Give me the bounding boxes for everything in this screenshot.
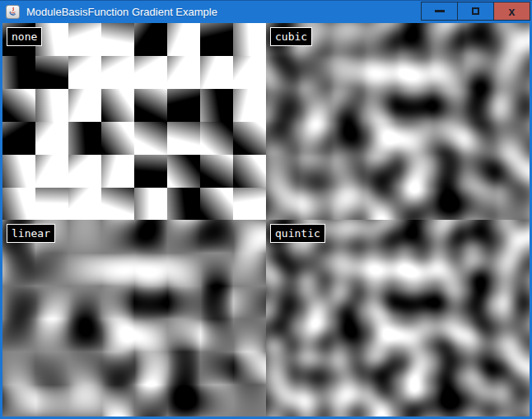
- minimize-button[interactable]: [421, 2, 458, 21]
- noise-canvas-quintic: [266, 220, 530, 417]
- panel-cubic: cubic: [266, 23, 530, 220]
- app-window: ModuleBasisFunction Gradient Example x n…: [0, 0, 532, 419]
- panel-label-quintic: quintic: [270, 224, 325, 243]
- window-controls: x: [422, 2, 530, 21]
- noise-canvas-cubic: [266, 23, 530, 220]
- noise-canvas-linear: [2, 220, 266, 417]
- noise-grid: none cubic linear quintic: [2, 23, 530, 417]
- maximize-icon: [472, 7, 479, 15]
- noise-canvas-none: [2, 23, 266, 220]
- java-coffee-cup-icon: [6, 5, 20, 19]
- panel-label-linear: linear: [7, 224, 55, 243]
- panel-label-none: none: [7, 27, 42, 46]
- minimize-icon: [435, 10, 445, 12]
- noise-viewport: none cubic linear quintic: [0, 23, 532, 419]
- window-title: ModuleBasisFunction Gradient Example: [26, 6, 217, 18]
- panel-linear: linear: [2, 220, 266, 417]
- close-icon: x: [509, 6, 516, 17]
- title-bar[interactable]: ModuleBasisFunction Gradient Example x: [0, 0, 532, 23]
- panel-quintic: quintic: [266, 220, 530, 417]
- panel-label-cubic: cubic: [270, 27, 312, 46]
- maximize-button[interactable]: [457, 2, 494, 21]
- close-button[interactable]: x: [493, 2, 530, 21]
- panel-none: none: [2, 23, 266, 220]
